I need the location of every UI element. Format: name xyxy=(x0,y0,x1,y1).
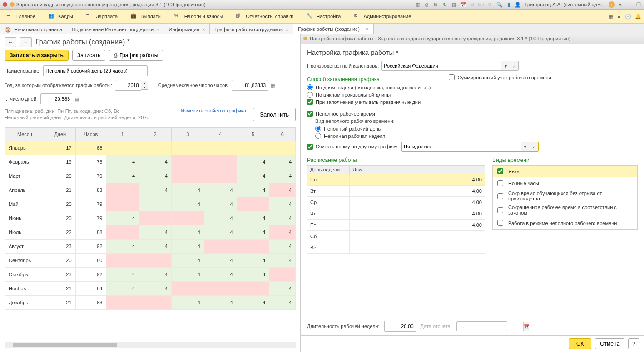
tab-current[interactable]: График работы (создание) *× xyxy=(293,24,373,34)
menu-vyplaty[interactable]: 💼Выплаты xyxy=(124,10,168,23)
maximize-icon[interactable]: ❐ xyxy=(635,1,642,8)
tab-label: Информация xyxy=(169,27,199,32)
menu-label: Отчетность, справки xyxy=(246,14,293,19)
menu-label: Налоги и взносы xyxy=(184,14,223,19)
close-icon[interactable]: × xyxy=(202,27,205,32)
menu-label: Главное xyxy=(16,14,35,19)
m-minus-icon[interactable]: M- xyxy=(487,1,494,8)
close-icon[interactable]: × xyxy=(156,27,159,32)
menu-label: Настройка xyxy=(316,14,341,19)
menu-admin[interactable]: ⚙Администрирование xyxy=(347,10,417,23)
menu-settings[interactable]: 🔧Настройка xyxy=(300,10,347,23)
m-plus-icon[interactable]: M+ xyxy=(478,1,485,8)
calc-icon[interactable]: ▦ xyxy=(451,1,458,8)
menu-label: Зарплата xyxy=(96,14,118,19)
bell-icon[interactable]: 🔔 xyxy=(635,14,641,20)
info-icon[interactable]: i xyxy=(609,1,615,8)
app-title: Зарплата и кадры государственного учрежд… xyxy=(16,2,206,7)
refresh-icon[interactable]: ↻ xyxy=(441,1,449,8)
app-icon xyxy=(2,1,8,8)
main-menu: ☰Главное 👥Кадры ≣Зарплата 💼Выплаты %Нало… xyxy=(0,10,644,24)
user-name[interactable]: Григорьянц А.А. (системный адм... xyxy=(525,2,605,7)
menu-nalogi[interactable]: %Налоги и взносы xyxy=(168,10,230,23)
dialog-titlebar: Настройка графика работы - Зарплата и ка… xyxy=(301,34,644,35)
menu-hamburger[interactable]: ☰Главное xyxy=(0,10,42,23)
settings-dialog: Настройка графика работы - Зарплата и ка… xyxy=(300,34,644,35)
tab-info[interactable]: Информация× xyxy=(164,24,210,34)
menu-otchet[interactable]: 🗐Отчетность, справки xyxy=(229,10,300,23)
tab-label: Подключение Интернет-поддержки xyxy=(72,27,154,32)
minimize-icon[interactable]: — xyxy=(626,1,633,8)
home-icon: 🏠 xyxy=(5,27,11,33)
document-pane: ← → График работы (создание) * Записать … xyxy=(0,34,300,35)
tab-label: График работы (создание) * xyxy=(298,26,363,32)
toolbar-icon[interactable]: ▥ xyxy=(414,1,421,8)
user-icon: 👤 xyxy=(514,1,521,8)
doc-icon[interactable]: 🗎 xyxy=(432,1,440,8)
dropdown-icon[interactable]: ▾ xyxy=(617,1,624,8)
history-icon[interactable]: 🕘 xyxy=(625,14,631,20)
menu-zarplata[interactable]: ≣Зарплата xyxy=(79,10,124,23)
tab-label: Начальная страница xyxy=(14,27,62,32)
tab-internet[interactable]: Подключение Интернет-поддержки× xyxy=(67,24,164,34)
close-icon[interactable]: × xyxy=(366,26,368,32)
close-icon[interactable]: × xyxy=(286,27,288,32)
calendar-icon[interactable]: 📅 xyxy=(460,1,467,8)
menu-label: Администрирование xyxy=(363,14,411,19)
app-titlebar: Зарплата и кадры государственного учрежд… xyxy=(0,0,644,10)
tab-home[interactable]: 🏠Начальная страница xyxy=(0,24,67,34)
m-icon[interactable]: M xyxy=(469,1,476,8)
menu-label: Выплаты xyxy=(140,14,161,19)
star-icon[interactable]: ★ xyxy=(617,14,621,20)
print-icon[interactable]: ⎙ xyxy=(423,1,431,8)
menu-kadry[interactable]: 👥Кадры xyxy=(42,10,79,23)
menu-label: Кадры xyxy=(58,14,73,19)
panel-icon[interactable]: ▮ xyxy=(505,1,512,8)
apps-icon[interactable]: ▦ xyxy=(609,14,613,20)
app-icon-2 xyxy=(9,1,15,8)
zoom-icon[interactable]: 🔍 xyxy=(496,1,503,8)
tab-graphics[interactable]: Графики работы сотрудников× xyxy=(209,24,293,34)
tab-label: Графики работы сотрудников xyxy=(214,27,282,32)
